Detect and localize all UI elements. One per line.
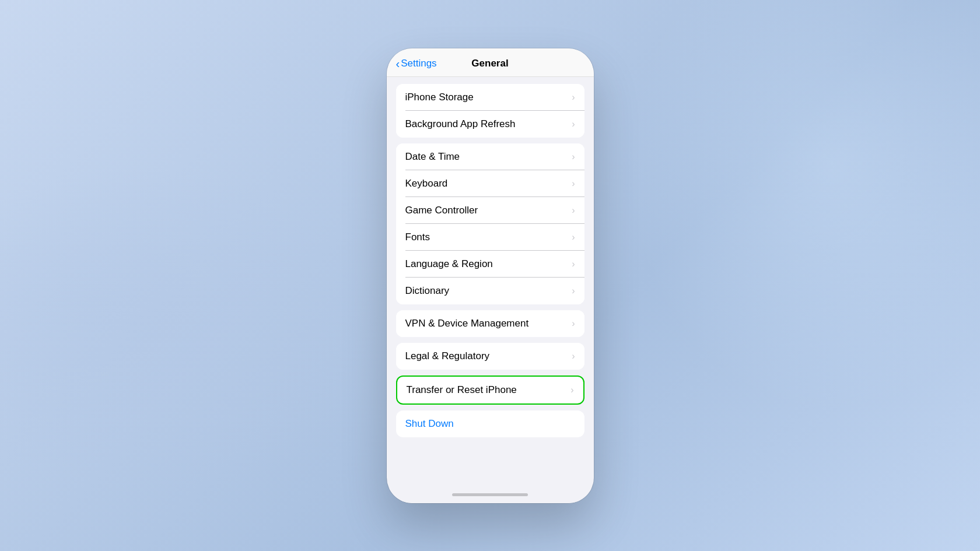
legal-chevron: › — [572, 351, 575, 362]
keyboard-label: Keyboard — [405, 178, 448, 189]
settings-group: Date & Time › Keyboard › Game Controller… — [396, 143, 584, 304]
language-region-item[interactable]: Language & Region › — [396, 251, 584, 278]
date-time-chevron: › — [572, 152, 575, 162]
keyboard-chevron: › — [572, 178, 575, 189]
vpn-chevron: › — [572, 318, 575, 329]
date-time-item[interactable]: Date & Time › — [396, 143, 584, 170]
navigation-bar: ‹ Settings General — [387, 48, 594, 77]
shutdown-label: Shut Down — [405, 418, 454, 430]
phone-frame: ‹ Settings General iPhone Storage › Back… — [387, 48, 594, 503]
section-settings: Date & Time › Keyboard › Game Controller… — [387, 143, 594, 304]
keyboard-item[interactable]: Keyboard › — [396, 170, 584, 197]
game-controller-chevron: › — [572, 205, 575, 216]
dictionary-chevron: › — [572, 286, 575, 296]
legal-item[interactable]: Legal & Regulatory › — [396, 343, 584, 370]
legal-label: Legal & Regulatory — [405, 350, 490, 362]
dictionary-label: Dictionary — [405, 285, 450, 297]
iphone-storage-label: iPhone Storage — [405, 92, 474, 103]
vpn-item[interactable]: VPN & Device Management › — [396, 310, 584, 337]
section-legal: Legal & Regulatory › — [387, 343, 594, 370]
date-time-label: Date & Time — [405, 151, 460, 163]
section-transfer: Transfer or Reset iPhone › — [387, 375, 594, 405]
game-controller-item[interactable]: Game Controller › — [396, 197, 584, 224]
scroll-content: iPhone Storage › Background App Refresh … — [387, 77, 594, 489]
back-chevron-icon: ‹ — [396, 58, 400, 69]
transfer-reset-chevron: › — [570, 385, 573, 395]
legal-group: Legal & Regulatory › — [396, 343, 584, 370]
section-storage: iPhone Storage › Background App Refresh … — [387, 84, 594, 138]
storage-group: iPhone Storage › Background App Refresh … — [396, 84, 584, 138]
transfer-reset-label: Transfer or Reset iPhone — [407, 384, 517, 396]
fonts-label: Fonts — [405, 231, 430, 243]
background-app-refresh-label: Background App Refresh — [405, 118, 516, 130]
shutdown-item[interactable]: Shut Down — [396, 410, 584, 437]
page-title: General — [471, 58, 508, 69]
iphone-storage-item[interactable]: iPhone Storage › — [396, 84, 584, 111]
section-vpn: VPN & Device Management › — [387, 310, 594, 337]
language-region-label: Language & Region — [405, 258, 493, 270]
dictionary-item[interactable]: Dictionary › — [396, 278, 584, 304]
background-app-refresh-item[interactable]: Background App Refresh › — [396, 111, 584, 138]
home-indicator — [387, 489, 594, 503]
back-button[interactable]: ‹ Settings — [396, 58, 437, 69]
vpn-group: VPN & Device Management › — [396, 310, 584, 337]
background-app-refresh-chevron: › — [572, 119, 575, 129]
fonts-item[interactable]: Fonts › — [396, 224, 584, 251]
back-label: Settings — [401, 58, 436, 69]
iphone-storage-chevron: › — [572, 92, 575, 103]
vpn-label: VPN & Device Management — [405, 318, 529, 329]
fonts-chevron: › — [572, 232, 575, 243]
home-bar — [452, 493, 528, 496]
shutdown-group: Shut Down — [396, 410, 584, 437]
language-region-chevron: › — [572, 259, 575, 269]
transfer-reset-item[interactable]: Transfer or Reset iPhone › — [396, 375, 584, 405]
section-shutdown: Shut Down — [387, 410, 594, 437]
game-controller-label: Game Controller — [405, 205, 478, 216]
